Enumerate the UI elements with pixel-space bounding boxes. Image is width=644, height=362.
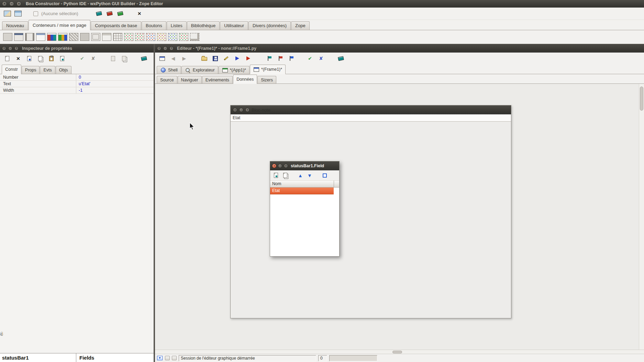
back-icon[interactable] [169,55,177,62]
inspector-help-books-icon[interactable] [140,55,148,62]
tab-zope[interactable]: Zope [291,21,310,30]
collection-minimize-button[interactable] [278,164,282,168]
inspector-close-button[interactable] [2,46,6,50]
tab-conteneurs-mise-en-page[interactable]: Conteneurs / mise en page [29,20,90,30]
status-toggle-1[interactable] [165,356,170,360]
tab-bibliotheque[interactable]: Bibliothèque [187,21,220,30]
editor-minimize-button[interactable] [163,46,167,50]
new-frame-icon[interactable] [14,10,22,18]
spacer-icon[interactable] [190,33,199,41]
properties-icon[interactable] [58,55,66,62]
static-box-icon[interactable] [91,33,100,41]
move-down-icon[interactable] [307,172,313,179]
paste-icon[interactable] [47,55,55,62]
tab-nouveau[interactable]: Nouveau [2,21,28,30]
inspector-minimize-button[interactable] [8,46,12,50]
std-dialog-button-sizer-icon[interactable] [179,33,188,41]
minimize-button[interactable] [9,1,14,6]
tab-constr[interactable]: Constr [2,65,21,74]
box-sizer-icon[interactable] [124,33,133,41]
run-icon[interactable] [233,55,241,62]
column-header-nom[interactable]: Nom [270,181,334,187]
help-book-teal-icon[interactable] [95,10,103,18]
selection-checkbox[interactable] [33,11,38,16]
design-frame-minimize-button[interactable] [239,108,243,112]
status-bar-field[interactable]: Etat [231,114,511,122]
design-frame-close-button[interactable] [233,108,237,112]
cut-icon[interactable] [109,55,117,62]
save-icon[interactable] [211,55,219,62]
editor-maximize-button[interactable] [169,46,174,50]
status-log-icon[interactable] [157,355,163,361]
tab-composants-de-base[interactable]: Composants de base [91,21,141,30]
choicebook-icon[interactable] [102,33,111,41]
flex-grid-sizer-icon[interactable] [146,33,155,41]
maximize-button[interactable] [16,1,21,6]
close-selection-icon[interactable] [136,10,143,18]
scrolled-window-icon[interactable] [80,33,89,41]
mini-frame-icon[interactable] [25,33,34,41]
vertical-scrollbar[interactable] [639,84,644,350]
check-source-icon[interactable] [222,55,230,62]
tab-shell[interactable]: Shell [157,66,181,74]
status-toggle-2[interactable] [172,356,177,360]
help-book-red-icon[interactable] [106,10,113,18]
open-icon[interactable] [200,55,208,62]
tab-divers-donnees[interactable]: Divers (données) [248,21,291,30]
apply-icon[interactable] [306,55,314,62]
notebook-icon[interactable] [47,33,56,41]
copy-icon[interactable] [36,55,44,62]
subtab-evenements[interactable]: Evénements [202,76,233,83]
tab-app1[interactable]: *(App1)* [219,66,249,74]
grid-sizer-icon[interactable] [135,33,144,41]
horizontal-scrollbar-thumb[interactable] [392,351,402,353]
dialog-icon[interactable] [36,33,45,41]
bookmark-blue-icon[interactable] [286,55,294,62]
listbook-icon[interactable] [58,33,67,41]
forward-icon[interactable] [180,55,188,62]
grid-icon[interactable] [113,33,122,41]
tab-frame1[interactable]: *(Frame1)* [250,65,286,74]
horizontal-scrollbar[interactable] [155,350,644,354]
collection-editor-window[interactable]: statusBar1.Field Nom Etat [270,161,340,257]
subtab-naviguer[interactable]: Naviguer [178,76,202,83]
editor-close-button[interactable] [157,46,161,50]
frame-icon[interactable] [14,33,23,41]
bookmark-red-icon[interactable] [275,55,283,62]
tab-boutons[interactable]: Boutons [142,21,166,30]
new-field-icon[interactable] [273,172,279,179]
close-page-icon[interactable] [158,55,166,62]
tab-explorateur[interactable]: Explorateur [181,66,218,74]
debug-icon[interactable] [244,55,252,62]
design-canvas[interactable]: Bloc-note Etat statusBar1.Field [155,84,644,350]
find-item-icon[interactable] [25,55,33,62]
post-icon[interactable] [322,172,328,179]
delete-field-icon[interactable] [282,172,288,179]
tab-objs[interactable]: Objs [56,66,71,74]
list-item-etat-selected[interactable]: Etat [270,188,334,194]
revert-icon[interactable] [89,55,97,62]
add-item-icon[interactable] [3,55,11,62]
close-button[interactable] [2,1,7,6]
collection-list[interactable]: Etat [270,188,339,256]
help-book-green-icon[interactable] [116,10,124,18]
delete-item-icon[interactable] [14,55,22,62]
new-app-icon[interactable] [3,10,11,18]
collection-close-button[interactable] [272,164,276,168]
subtab-sizers[interactable]: Sizers [257,76,276,83]
confirm-icon[interactable] [78,55,86,62]
subtab-donnees[interactable]: Données [233,75,257,84]
editor-help-books-icon[interactable] [337,55,345,62]
collection-maximize-button[interactable] [284,164,288,168]
property-value[interactable]: u'Etat' [76,81,154,87]
static-box-sizer-icon[interactable] [168,33,177,41]
tab-utilisateur[interactable]: Utilisateur [220,21,248,30]
design-frame-maximize-button[interactable] [245,108,249,112]
duplicate-icon[interactable] [120,55,128,62]
vertical-scrollbar-thumb[interactable] [640,87,643,111]
tab-listes[interactable]: Listes [167,21,187,30]
inspector-maximize-button[interactable] [14,46,19,50]
subtab-source[interactable]: Source [157,76,177,83]
property-value[interactable]: -1 [76,87,154,93]
tab-evts[interactable]: Evts [40,66,55,74]
